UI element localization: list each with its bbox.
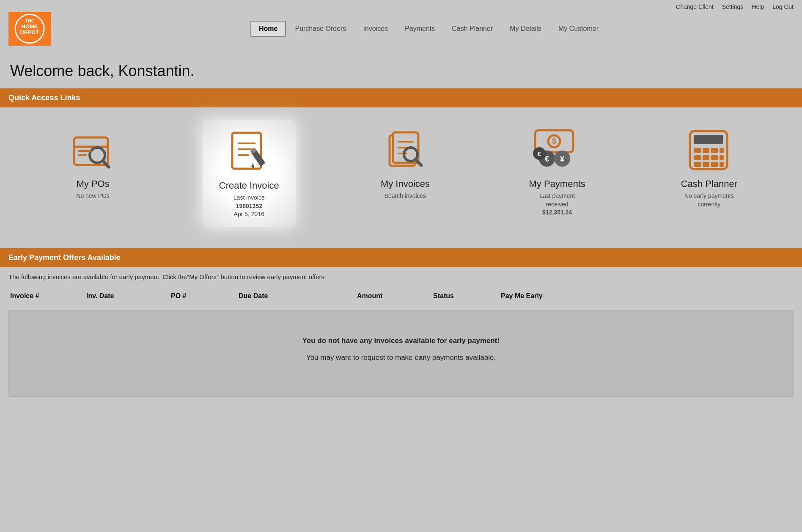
col-header-duedate: Due Date [239, 292, 357, 300]
svg-rect-37 [711, 148, 718, 153]
svg-text:€: € [545, 155, 549, 163]
settings-link[interactable]: Settings [722, 3, 744, 10]
quick-access-container: My POs No new POs Create Invoice [0, 107, 802, 240]
svg-text:DEPOT: DEPOT [20, 29, 39, 36]
svg-text:¥: ¥ [560, 155, 564, 163]
svg-text:$: $ [552, 137, 556, 145]
my-invoices-sub: Search invoices [385, 192, 426, 200]
svg-text:£: £ [538, 151, 541, 157]
svg-rect-39 [694, 155, 701, 160]
svg-rect-43 [694, 162, 701, 167]
cash-planner-link[interactable]: Cash Planner No early payments currently [667, 120, 751, 215]
header: Change Client Settings Help Log Out THE … [0, 0, 802, 50]
welcome-title: Welcome back, Konstantin. [10, 62, 792, 80]
svg-rect-45 [711, 162, 718, 167]
svg-rect-38 [720, 148, 724, 153]
nav-my-customer[interactable]: My Customer [550, 21, 607, 36]
svg-rect-40 [703, 155, 709, 160]
svg-rect-36 [703, 148, 709, 153]
nav-purchase-orders[interactable]: Purchase Orders [287, 21, 354, 36]
nav-my-details[interactable]: My Details [502, 21, 549, 36]
svg-rect-46 [720, 162, 724, 167]
empty-table-box: You do not have any invoices available f… [8, 310, 794, 397]
table-header-row: Invoice # Inv. Date PO # Due Date Amount… [8, 286, 794, 306]
svg-rect-34 [694, 135, 723, 144]
logout-link[interactable]: Log Out [772, 3, 794, 10]
logo[interactable]: THE HOME DEPOT [8, 12, 51, 46]
cash-planner-icon [684, 127, 734, 173]
empty-message-line1: You do not have any invoices available f… [302, 337, 500, 345]
my-pos-label: My POs [76, 178, 109, 189]
my-pos-sub: No new POs [76, 192, 110, 200]
change-client-link[interactable]: Change Client [676, 3, 714, 10]
col-header-payearly: Pay Me Early [501, 292, 792, 300]
my-pos-icon [68, 127, 118, 173]
my-invoices-label: My Invoices [381, 178, 430, 189]
col-header-status: Status [433, 292, 501, 300]
create-invoice-label: Create Invoice [219, 180, 279, 191]
welcome-section: Welcome back, Konstantin. [0, 50, 802, 88]
early-payment-header: Early Payment Offers Available [0, 248, 802, 267]
my-pos-link[interactable]: My POs No new POs [51, 120, 135, 207]
main-nav: Home Purchase Orders Invoices Payments C… [63, 21, 794, 37]
cash-planner-sub: No early payments currently [684, 192, 734, 208]
svg-rect-42 [720, 155, 724, 160]
svg-rect-44 [703, 162, 709, 167]
my-invoices-icon [380, 127, 431, 173]
nav-payments[interactable]: Payments [397, 21, 443, 36]
my-payments-sub: Last payment received $12,351.24 [539, 192, 575, 217]
my-invoices-link[interactable]: My Invoices Search invoices [363, 120, 448, 207]
quick-access-header: Quick Access Links [0, 88, 802, 107]
svg-rect-41 [711, 155, 718, 160]
empty-message-line2: You may want to request to make early pa… [18, 354, 784, 362]
svg-text:HOME: HOME [22, 23, 38, 30]
col-header-invoice: Invoice # [10, 292, 86, 300]
help-link[interactable]: Help [752, 3, 764, 10]
quick-access-section: Quick Access Links My POs No new POs [0, 88, 802, 240]
nav-invoices[interactable]: Invoices [355, 21, 396, 36]
nav-home[interactable]: Home [250, 21, 286, 37]
create-invoice-sub: Last invoice 19001352 Apr 5, 2016 [233, 194, 265, 219]
my-payments-label: My Payments [529, 178, 585, 189]
svg-line-23 [415, 159, 421, 165]
header-top-links: Change Client Settings Help Log Out [0, 0, 802, 12]
early-payment-table-section: Invoice # Inv. Date PO # Due Date Amount… [0, 286, 802, 397]
svg-text:THE: THE [25, 18, 34, 23]
my-payments-icon: $ € £ ¥ [532, 127, 582, 173]
svg-rect-35 [694, 148, 701, 153]
create-invoice-link[interactable]: Create Invoice Last invoice 19001352 Apr… [203, 120, 296, 227]
early-payment-description: The following invoices are available for… [0, 267, 802, 286]
my-payments-link[interactable]: $ € £ ¥ My Payments Last payment receive… [515, 120, 599, 224]
cash-planner-label: Cash Planner [681, 178, 737, 189]
col-header-invdate: Inv. Date [86, 292, 171, 300]
create-invoice-icon [224, 129, 275, 175]
early-payment-section: Early Payment Offers Available The follo… [0, 248, 802, 397]
col-header-amount: Amount [357, 292, 433, 300]
nav-cash-planner[interactable]: Cash Planner [444, 21, 501, 36]
col-header-po: PO # [171, 292, 239, 300]
header-nav: THE HOME DEPOT Home Purchase Orders Invo… [0, 12, 802, 50]
